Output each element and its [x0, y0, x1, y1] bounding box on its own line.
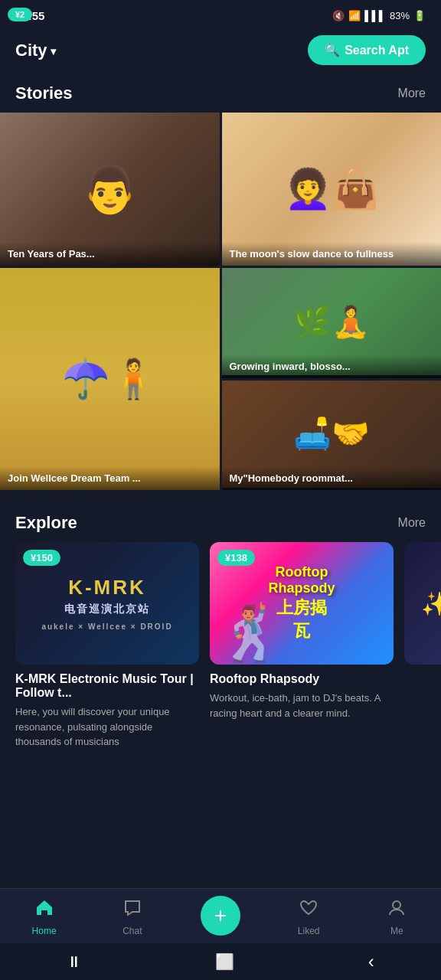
nav-me[interactable]: Me	[353, 898, 441, 936]
explore-card-desc-1: Here, you will discover your unique reso…	[15, 704, 199, 750]
add-button[interactable]: +	[201, 896, 240, 936]
liked-icon	[299, 898, 318, 923]
price-badge-2: ¥138	[217, 550, 255, 566]
stories-title: Stories	[15, 83, 73, 103]
nav-chat-label: Chat	[122, 926, 142, 936]
home-icon	[34, 898, 54, 923]
explore-title: Explore	[15, 513, 77, 533]
nav-liked-label: Liked	[298, 926, 320, 936]
system-nav: ⏸ ⬜ ‹	[0, 943, 441, 980]
battery-icon: 🔋	[413, 10, 426, 21]
bottom-nav: Home Chat + Liked Me	[0, 888, 441, 943]
explore-card-1[interactable]: K-MRK 电音巡演北京站 aukele × Wellcee × DROID ¥…	[15, 542, 199, 750]
city-label: City	[15, 41, 47, 60]
signal-icon: ▌▌▌	[364, 10, 386, 21]
story-card-4[interactable]: 🌿🧘 Growing inward, blosso...	[222, 268, 442, 378]
stories-more-button[interactable]: More	[398, 87, 426, 100]
explore-cards: K-MRK 电音巡演北京站 aukele × Wellcee × DROID ¥…	[0, 542, 441, 750]
status-icons: 🔇 📶 ▌▌▌ 83% 🔋	[332, 10, 426, 21]
stories-section-header: Stories More	[0, 76, 441, 113]
nav-home-label: Home	[32, 926, 57, 936]
story-label-2: The moon's slow dance to fullness	[222, 242, 442, 266]
story-card-5[interactable]: 🛋️🤝 My"Homebody roommat...	[222, 381, 442, 491]
search-icon: 🔍	[325, 43, 340, 57]
explore-card-image-2: RooftopRhapsody 上房揭瓦 🕺 ¥138	[210, 542, 394, 665]
system-home-button[interactable]: ⬜	[200, 946, 250, 977]
search-apt-button[interactable]: 🔍 Search Apt	[308, 35, 426, 65]
nav-home[interactable]: Home	[0, 898, 88, 936]
explore-section-header: Explore More	[0, 505, 441, 542]
search-apt-label: Search Apt	[345, 44, 409, 57]
explore-more-button[interactable]: More	[398, 516, 426, 530]
wifi-icon: 📶	[348, 10, 361, 21]
explore-card-title-2: Rooftop Rhapsody	[210, 672, 394, 686]
explore-card-image-1: K-MRK 电音巡演北京站 aukele × Wellcee × DROID ¥…	[15, 542, 199, 665]
status-bar: 09:55 🔇 📶 ▌▌▌ 83% 🔋	[0, 0, 441, 28]
explore-card-title-1: K-MRK Electronic Music Tour | Follow t..…	[15, 672, 199, 700]
nav-add[interactable]: +	[176, 896, 264, 939]
me-icon	[387, 898, 407, 923]
story-label-1: Ten Years of Pas...	[0, 242, 220, 266]
explore-card-image-3: ✨	[404, 542, 441, 665]
chat-icon	[122, 898, 142, 923]
mute-icon: 🔇	[332, 10, 345, 21]
story-card-3[interactable]: ☂️🧍 Join Wellcee Dream Team ...	[0, 268, 220, 490]
nav-liked[interactable]: Liked	[265, 898, 353, 936]
story-label-3: Join Wellcee Dream Team ...	[0, 466, 220, 490]
header: City ▾ 🔍 Search Apt	[0, 28, 441, 76]
explore-section: Explore More K-MRK 电音巡演北京站 aukele × Well…	[0, 505, 441, 826]
stories-grid: 👨 Ten Years of Pas... 👩‍🦱👜 The moon's sl…	[0, 113, 441, 490]
story-label-4: Growing inward, blosso...	[222, 354, 442, 378]
battery-label: 83%	[390, 10, 410, 21]
story-card-1[interactable]: 👨 Ten Years of Pas...	[0, 113, 220, 266]
explore-card-desc-2: Workout, ice-bath, jam to DJ's beats. A …	[210, 691, 394, 720]
city-selector[interactable]: City ▾	[15, 41, 56, 60]
system-pause-button[interactable]: ⏸	[51, 947, 97, 977]
nav-chat[interactable]: Chat	[88, 898, 176, 936]
explore-card-2[interactable]: RooftopRhapsody 上房揭瓦 🕺 ¥138 Rooftop Rhap…	[210, 542, 394, 750]
chevron-down-icon: ▾	[51, 45, 56, 57]
explore-card-3[interactable]: ✨ ¥2	[404, 542, 441, 750]
system-back-button[interactable]: ‹	[353, 945, 390, 978]
svg-point-0	[393, 901, 400, 909]
plus-icon: +	[214, 903, 227, 928]
price-badge-1: ¥150	[23, 550, 60, 566]
nav-me-label: Me	[390, 926, 403, 936]
story-label-5: My"Homebody roommat...	[222, 466, 442, 490]
story-card-2[interactable]: 👩‍🦱👜 The moon's slow dance to fullness	[222, 113, 442, 266]
